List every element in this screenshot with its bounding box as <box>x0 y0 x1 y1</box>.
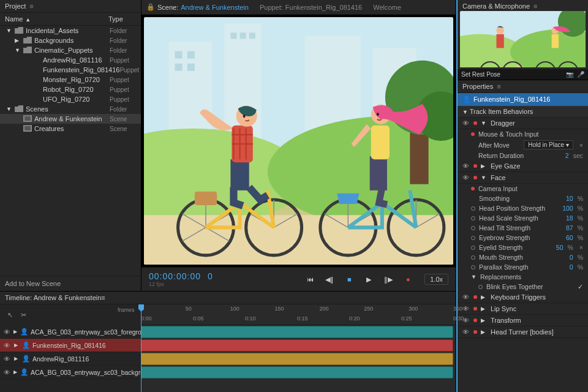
play-button[interactable]: ▶ <box>362 273 375 286</box>
add-to-scene-button[interactable]: Add to New Scene <box>0 276 141 291</box>
timeline-tracks-area[interactable]: frames 0501001502002503003500:000:050:10… <box>141 304 456 392</box>
timeline-tracks-list: ↖ ✂ 👁▶👤ACA_BG_003_entryway_sc03_foregrou… <box>0 304 141 392</box>
behavior-lip-sync[interactable]: 👁▶Lip Sync <box>458 303 588 315</box>
transport-bar: 00:00:00:00 0 12 fps ⏮ ◀‖ ■ ▶ ‖▶ ● 1.0x <box>141 267 456 291</box>
project-panel: Project ≡ Name▲ Type ▼Incidental_AssetsF… <box>0 0 141 291</box>
scene-canvas <box>144 17 453 265</box>
timecode: 00:00:00:00 0 12 fps <box>149 271 297 287</box>
svg-rect-32 <box>230 159 249 190</box>
track-behaviors-header[interactable]: ▼ Track Item Behaviors <box>458 106 588 118</box>
svg-point-61 <box>496 27 503 34</box>
sort-arrow-icon: ▲ <box>25 17 31 23</box>
project-header: Project ≡ <box>0 0 141 13</box>
column-type[interactable]: Type <box>108 15 136 23</box>
mic-icon[interactable]: 🎤 <box>577 71 584 78</box>
puppet-icon: 👤 <box>462 96 471 103</box>
camera-panel: Camera & Microphone ≡ Set Rest Pose 📷 <box>458 0 588 80</box>
tree-item[interactable]: Andrew & FunkensteinScene <box>0 114 141 124</box>
svg-rect-9 <box>187 51 195 59</box>
tree-item[interactable]: Robot_Rig_0720Puppet <box>0 85 141 94</box>
track-row[interactable]: 👁▶👤ACA_BG_003_entryway_sc03_background <box>0 366 141 379</box>
svg-rect-62 <box>552 34 559 48</box>
svg-rect-12 <box>230 32 236 39</box>
track-row[interactable]: 👁▶👤Funkenstein_Rig_081416 <box>0 339 141 352</box>
tree-item[interactable]: AndrewRig_081116Puppet <box>0 55 141 65</box>
menu-icon[interactable]: ≡ <box>101 294 105 301</box>
menu-icon[interactable]: ≡ <box>29 2 33 10</box>
timeline-clip[interactable] <box>141 339 453 352</box>
properties-panel: Properties ≡ 👤Funkenstein_Rig_081416 ▼ T… <box>458 80 588 392</box>
svg-rect-11 <box>187 64 195 71</box>
svg-rect-60 <box>496 34 503 48</box>
eye-icon[interactable]: 👁 <box>462 119 470 127</box>
timeline-clip[interactable] <box>141 366 453 379</box>
set-rest-pose-button[interactable]: Set Rest Pose <box>461 71 500 78</box>
svg-rect-13 <box>240 32 246 39</box>
record-button[interactable]: ● <box>401 273 415 286</box>
stop-button[interactable]: ■ <box>342 273 356 286</box>
timeline-tool-arrow[interactable]: ↖ <box>5 310 15 320</box>
check-icon: ✓ <box>578 283 583 290</box>
tree-item[interactable]: Monster_Rig_0720Puppet <box>0 75 141 85</box>
svg-point-51 <box>377 113 379 116</box>
behavior-dragger[interactable]: 👁▼ Dragger <box>458 118 588 129</box>
project-title: Project <box>5 2 26 10</box>
camera-title: Camera & Microphone <box>462 2 530 10</box>
tree-item[interactable]: ▶BackgroundsFolder <box>0 36 141 45</box>
scene-panel: 🔒 Scene: Andrew & Funkenstein Puppet: Fu… <box>141 0 456 291</box>
tree-item[interactable]: ▼ScenesFolder <box>0 104 141 114</box>
svg-rect-31 <box>195 192 217 205</box>
svg-rect-1 <box>24 116 31 121</box>
project-columns: Name▲ Type <box>0 13 141 26</box>
lock-icon: 🔒 <box>146 3 155 11</box>
behavior-keyboard-triggers[interactable]: 👁▶Keyboard Triggers <box>458 292 588 303</box>
close-icon[interactable]: × <box>579 244 583 251</box>
camera-preview <box>460 11 586 67</box>
timeline-clip[interactable] <box>141 326 453 338</box>
behavior-transform[interactable]: 👁▶Transform <box>458 315 588 326</box>
timeline-tool-blade[interactable]: ✂ <box>18 310 28 320</box>
svg-rect-14 <box>249 32 255 39</box>
close-icon[interactable]: × <box>579 141 583 149</box>
selected-item: 👤Funkenstein_Rig_081416 <box>458 93 588 106</box>
svg-rect-49 <box>371 126 390 160</box>
playhead[interactable] <box>141 304 141 392</box>
after-move-select[interactable]: Hold in Place ▾ <box>524 140 573 149</box>
tree-item[interactable]: Funkenstein_Rig_081416Puppet <box>0 65 141 75</box>
tree-item[interactable]: CreaturesScene <box>0 124 141 134</box>
svg-rect-3 <box>24 126 31 130</box>
menu-icon[interactable]: ≡ <box>497 83 500 90</box>
column-name[interactable]: Name▲ <box>5 15 108 23</box>
eye-icon[interactable]: 👁 <box>462 174 470 181</box>
project-tree: ▼Incidental_AssetsFolder▶BackgroundsFold… <box>0 26 141 276</box>
tab-scene[interactable]: 🔒 Scene: Andrew & Funkenstein <box>146 3 249 11</box>
tree-item[interactable]: ▼Cinematic_PuppetsFolder <box>0 45 141 55</box>
svg-point-40 <box>243 115 246 118</box>
go-start-button[interactable]: ⏮ <box>303 273 317 286</box>
track-row[interactable]: 👁▶👤AndrewRig_081116 <box>0 352 141 366</box>
track-row[interactable]: 👁▶👤ACA_BG_003_entryway_sc03_foreground <box>0 325 141 339</box>
eye-icon[interactable]: 👁 <box>462 162 470 170</box>
tab-puppet[interactable]: Puppet: Funkenstein_Rig_081416 <box>260 4 362 11</box>
scene-viewport[interactable] <box>141 15 456 267</box>
behavior-eye-gaze[interactable]: 👁▶ Eye Gaze <box>458 160 588 172</box>
step-fwd-button[interactable]: ‖▶ <box>382 273 395 286</box>
right-panels: Camera & Microphone ≡ Set Rest Pose 📷 <box>456 0 588 392</box>
behavior-head-turner-bodies-[interactable]: 👁▶Head Turner [bodies] <box>458 326 588 338</box>
scene-tabs: 🔒 Scene: Andrew & Funkenstein Puppet: Fu… <box>141 0 456 15</box>
return-duration-value[interactable]: 2 <box>565 152 569 159</box>
svg-rect-48 <box>370 156 387 190</box>
properties-title: Properties <box>462 83 493 90</box>
behavior-face[interactable]: 👁▼ Face <box>458 172 588 184</box>
timeline-clip[interactable] <box>141 353 453 365</box>
step-back-button[interactable]: ◀‖ <box>323 273 336 286</box>
svg-rect-8 <box>175 51 183 59</box>
tree-item[interactable]: UFO_Rig_0720Puppet <box>0 94 141 104</box>
tree-item[interactable]: ▼Incidental_AssetsFolder <box>0 26 141 36</box>
svg-rect-10 <box>175 64 183 71</box>
webcam-icon[interactable]: 📷 <box>566 71 573 78</box>
timeline-title: Timeline: Andrew & Funkenstein <box>5 294 101 301</box>
tab-welcome[interactable]: Welcome <box>373 4 401 11</box>
menu-icon[interactable]: ≡ <box>533 2 537 10</box>
zoom-level[interactable]: 1.0x <box>424 274 448 285</box>
